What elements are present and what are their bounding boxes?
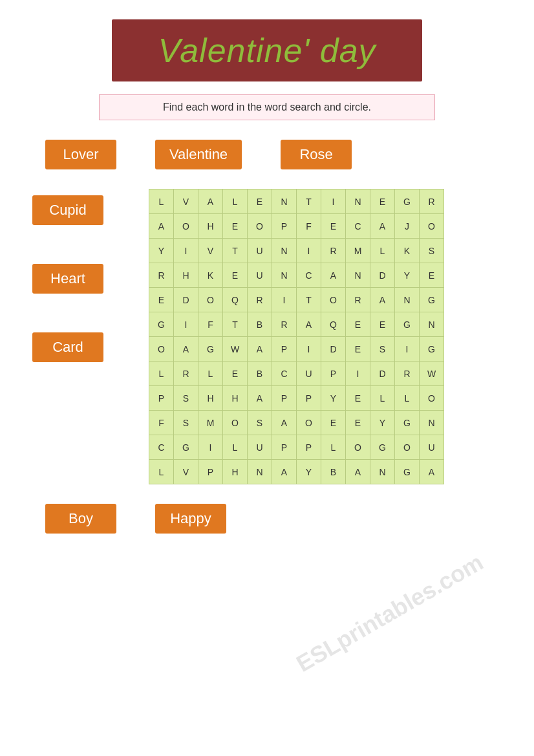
grid-cell: H (198, 214, 223, 239)
grid-cell: V (198, 239, 223, 263)
grid-cell: L (198, 362, 223, 386)
grid-cell: A (346, 460, 370, 484)
grid-cell: A (370, 214, 395, 239)
grid-cell: E (223, 214, 248, 239)
grid-cell: Y (395, 263, 420, 288)
grid-cell: Q (223, 288, 248, 312)
grid-cell: F (198, 312, 223, 337)
grid-row: FSMOSAOEEYGN (149, 411, 444, 435)
grid-cell: A (297, 312, 321, 337)
grid-cell: O (395, 435, 420, 460)
grid-cell: U (248, 239, 272, 263)
grid-row: OAGWAPIDESIG (149, 337, 444, 362)
grid-cell: D (370, 362, 395, 386)
grid-cell: Y (297, 460, 321, 484)
grid-cell: P (272, 337, 297, 362)
grid-row: RHKEUNCANDYE (149, 263, 444, 288)
grid-cell: W (223, 337, 248, 362)
grid-cell: I (272, 288, 297, 312)
grid-cell: F (149, 411, 174, 435)
grid-cell: E (321, 214, 346, 239)
grid-cell: G (370, 435, 395, 460)
grid-cell: N (346, 263, 370, 288)
wordsearch-grid: LVALENTINEGRAOHEOPFECAJOYIVTUNIRMLKSRHKE… (149, 189, 444, 484)
grid-cell: G (174, 435, 198, 460)
wordsearch-container: LVALENTINEGRAOHEOPFECAJOYIVTUNIRMLKSRHKE… (149, 189, 508, 484)
page-title: Valentine' day (158, 32, 376, 69)
grid-cell: H (223, 386, 248, 411)
grid-cell: B (248, 312, 272, 337)
grid-cell: P (149, 386, 174, 411)
grid-cell: V (174, 189, 198, 214)
grid-cell: U (248, 263, 272, 288)
grid-cell: G (420, 337, 444, 362)
grid-cell: I (174, 239, 198, 263)
word-heart: Heart (32, 264, 103, 294)
grid-cell: E (370, 312, 395, 337)
grid-cell: A (248, 386, 272, 411)
grid-cell: P (272, 214, 297, 239)
grid-cell: N (272, 263, 297, 288)
grid-cell: U (248, 435, 272, 460)
title-banner: Valentine' day (112, 19, 422, 81)
grid-cell: E (149, 288, 174, 312)
grid-cell: E (346, 337, 370, 362)
grid-cell: O (198, 288, 223, 312)
grid-cell: N (370, 460, 395, 484)
grid-cell: Y (370, 411, 395, 435)
grid-cell: L (370, 386, 395, 411)
grid-cell: N (272, 189, 297, 214)
grid-cell: U (297, 362, 321, 386)
grid-cell: C (149, 435, 174, 460)
grid-cell: O (346, 435, 370, 460)
grid-cell: B (321, 460, 346, 484)
grid-cell: E (346, 386, 370, 411)
grid-cell: Q (321, 312, 346, 337)
grid-cell: P (297, 386, 321, 411)
grid-cell: G (395, 460, 420, 484)
grid-cell: R (272, 312, 297, 337)
grid-cell: N (272, 239, 297, 263)
grid-cell: E (223, 263, 248, 288)
grid-cell: A (420, 460, 444, 484)
words-bottom-row: Boy Happy (26, 504, 508, 534)
left-word-card: Card (32, 332, 136, 362)
left-word-cupid: Cupid (32, 195, 136, 225)
grid-cell: R (248, 288, 272, 312)
grid-cell: M (346, 239, 370, 263)
grid-cell: L (149, 460, 174, 484)
watermark: ESLprintables.com (292, 548, 487, 677)
grid-cell: P (297, 435, 321, 460)
grid-cell: Y (321, 386, 346, 411)
grid-cell: L (149, 362, 174, 386)
grid-cell: H (223, 460, 248, 484)
grid-cell: H (174, 263, 198, 288)
grid-cell: O (420, 386, 444, 411)
grid-row: LRLEBCUPIDRW (149, 362, 444, 386)
word-boy: Boy (45, 504, 116, 534)
grid-cell: D (370, 263, 395, 288)
grid-cell: W (420, 362, 444, 386)
grid-cell: O (223, 411, 248, 435)
grid-cell: O (297, 411, 321, 435)
word-card: Card (32, 332, 103, 362)
grid-cell: C (297, 263, 321, 288)
grid-cell: N (395, 288, 420, 312)
instruction-text: Find each word in the word search and ci… (163, 102, 371, 113)
grid-cell: E (321, 411, 346, 435)
grid-cell: I (198, 435, 223, 460)
word-lover: Lover (45, 140, 116, 169)
grid-cell: P (321, 362, 346, 386)
grid-cell: E (370, 189, 395, 214)
grid-cell: L (223, 435, 248, 460)
grid-cell: G (395, 312, 420, 337)
grid-cell: E (223, 362, 248, 386)
grid-cell: U (420, 435, 444, 460)
grid-cell: K (198, 263, 223, 288)
grid-cell: O (174, 214, 198, 239)
grid-cell: B (248, 362, 272, 386)
grid-cell: O (420, 214, 444, 239)
grid-cell: M (198, 411, 223, 435)
grid-cell: G (149, 312, 174, 337)
grid-cell: E (420, 263, 444, 288)
